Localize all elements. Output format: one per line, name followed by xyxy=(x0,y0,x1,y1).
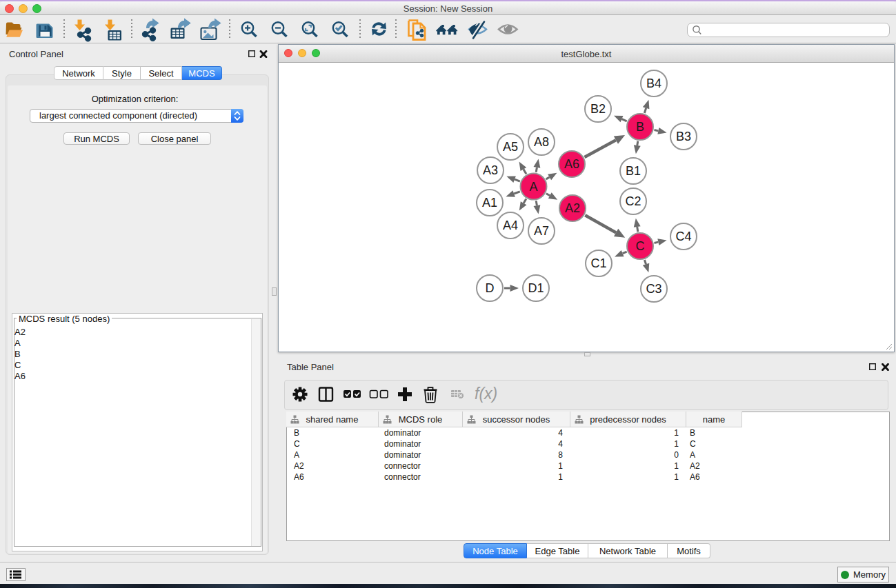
svg-text:f(x): f(x) xyxy=(475,385,497,403)
svg-text:B4: B4 xyxy=(646,77,661,90)
svg-text:D: D xyxy=(486,281,495,295)
svg-text:A1: A1 xyxy=(482,196,497,210)
svg-text:A8: A8 xyxy=(534,135,549,149)
svg-text:B1: B1 xyxy=(626,164,641,178)
svg-text:A: A xyxy=(529,180,537,194)
svg-text:B: B xyxy=(636,120,644,134)
svg-text:D1: D1 xyxy=(528,281,544,295)
svg-text:C2: C2 xyxy=(625,194,641,208)
svg-text:A4: A4 xyxy=(503,219,518,232)
svg-text:A2: A2 xyxy=(565,201,580,215)
svg-text:C1: C1 xyxy=(590,256,606,270)
svg-text:C: C xyxy=(636,239,645,253)
svg-text:B3: B3 xyxy=(676,130,691,143)
svg-text:A5: A5 xyxy=(503,140,518,154)
svg-text:C4: C4 xyxy=(675,230,691,243)
svg-text:A3: A3 xyxy=(483,163,498,177)
svg-text:A6: A6 xyxy=(564,157,579,171)
svg-text:A7: A7 xyxy=(534,224,549,238)
svg-text:C3: C3 xyxy=(646,282,661,296)
svg-text:B2: B2 xyxy=(590,102,606,116)
